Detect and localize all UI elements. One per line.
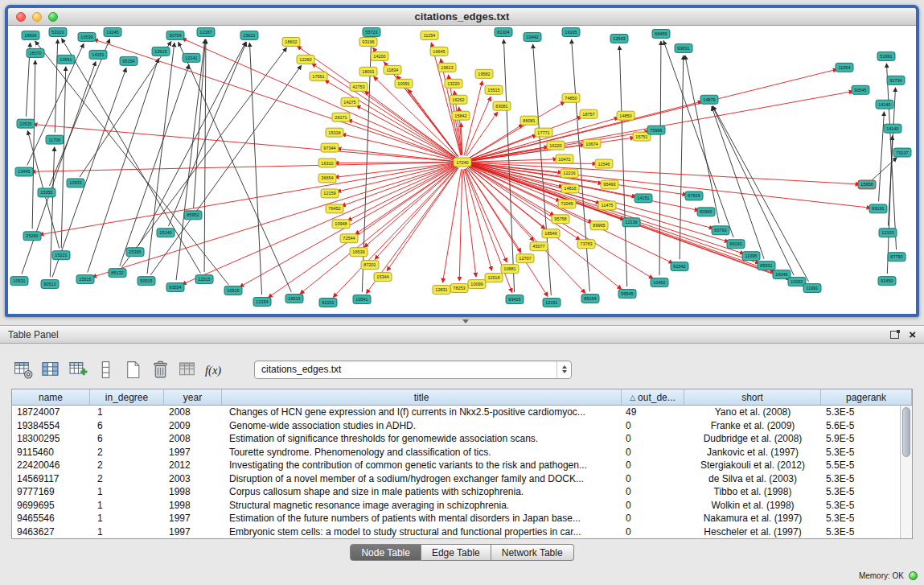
graph-node[interactable]: 13245 <box>104 27 121 36</box>
table-row[interactable]: 946362711997Embryonic stem cells: a mode… <box>12 525 900 539</box>
table-cell[interactable]: 0 <box>622 472 684 486</box>
graph-node[interactable]: 13220 <box>445 79 462 88</box>
graph-node[interactable]: 16262 <box>450 95 467 104</box>
graph-node[interactable]: 11254 <box>421 31 438 39</box>
column-header-year[interactable]: year <box>164 389 222 405</box>
delete-button[interactable] <box>148 358 172 381</box>
graph-node[interactable]: 75986 <box>647 126 665 134</box>
column-header-out_de[interactable]: △out_de... <box>622 389 684 405</box>
table-cell[interactable]: Tourette syndrome. Phenomenology and cla… <box>222 446 622 459</box>
graph-node[interactable]: 10933 <box>67 179 84 187</box>
graph-node[interactable]: 18070 <box>27 48 44 57</box>
graph-node[interactable]: 51991 <box>877 51 895 60</box>
graph-node[interactable]: 36654 <box>318 174 336 183</box>
graph-node[interactable]: 67750 <box>888 253 906 262</box>
table-cell[interactable]: 1997 <box>164 525 222 539</box>
graph-node[interactable]: 12543 <box>610 34 628 43</box>
graph-node[interactable]: 95493 <box>601 180 618 189</box>
graph-node[interactable]: 12151 <box>543 299 561 307</box>
graph-node[interactable]: 90513 <box>41 280 59 289</box>
graph-edge[interactable] <box>441 59 461 155</box>
graph-edge[interactable] <box>33 124 455 161</box>
graph-node[interactable]: 14145 <box>876 100 893 109</box>
graph-edge[interactable] <box>88 58 158 272</box>
table-cell[interactable]: Changes of HCN gene expression and I(f) … <box>222 406 622 419</box>
graph-node[interactable]: 14151 <box>634 194 652 203</box>
table-cell[interactable]: Estimation of the future numbers of pati… <box>222 512 622 525</box>
table-cell[interactable]: Investigating the contribution of common… <box>222 459 622 472</box>
graph-node[interactable]: 73783 <box>577 240 595 249</box>
table-cell[interactable]: 19384554 <box>12 419 90 433</box>
graph-node[interactable]: 11546 <box>595 159 613 168</box>
table-cell[interactable]: 6 <box>90 432 164 446</box>
zoom-window-button[interactable] <box>48 12 58 22</box>
table-cell[interactable]: Hescheler et al. (1997) <box>684 525 821 539</box>
table-cell[interactable]: 0 <box>622 525 684 539</box>
graph-node[interactable]: 17561 <box>310 72 327 80</box>
network-window-titlebar[interactable]: citations_edges.txt <box>8 8 916 26</box>
table-row[interactable]: 977716911998Corpus callosum shape and si… <box>12 485 900 499</box>
close-window-button[interactable] <box>16 12 26 22</box>
graph-node[interactable]: 14879 <box>700 95 718 104</box>
graph-node[interactable]: 72544 <box>340 234 358 243</box>
graph-edge[interactable] <box>712 106 764 258</box>
table-cell[interactable]: 1998 <box>164 485 222 499</box>
graph-node[interactable]: 93831 <box>675 43 692 52</box>
graph-edge[interactable] <box>62 39 201 274</box>
tab-edge-table[interactable]: Edge Table <box>421 544 491 561</box>
graph-node[interactable]: 10541 <box>57 55 75 64</box>
table-cell[interactable]: Structural magnetic resonance image aver… <box>222 499 622 513</box>
table-cell[interactable]: 5.3E-5 <box>821 525 900 539</box>
graph-node[interactable]: 12216 <box>561 169 578 178</box>
table-scrollbar[interactable] <box>900 406 912 538</box>
graph-node[interactable]: 11518 <box>485 274 503 282</box>
graph-node[interactable]: 19165 <box>562 27 580 36</box>
graph-node[interactable]: 95154 <box>120 56 138 65</box>
graph-node[interactable]: 17771 <box>535 128 552 137</box>
graph-node[interactable]: 92450 <box>878 277 896 286</box>
column-header-name[interactable]: name <box>12 389 90 405</box>
graph-node[interactable]: 11095 <box>742 252 760 261</box>
graph-edge[interactable] <box>384 62 458 156</box>
table-row[interactable]: 1456911722003Disruption of a novel membe… <box>12 472 900 486</box>
graph-node[interactable]: 11834 <box>384 65 401 74</box>
scrollbar-thumb[interactable] <box>902 407 910 457</box>
table-cell[interactable]: 5.3E-5 <box>821 472 900 486</box>
graph-node[interactable]: 85952 <box>184 211 202 220</box>
graph-node[interactable]: 55723 <box>363 27 380 36</box>
graph-node[interactable]: 17240 <box>454 158 471 167</box>
minimize-window-button[interactable] <box>32 12 42 22</box>
graph-node[interactable]: 16220 <box>547 141 565 150</box>
graph-node[interactable]: 15344 <box>374 273 392 282</box>
import-table-button[interactable] <box>175 358 199 381</box>
graph-edge[interactable] <box>463 169 476 277</box>
tab-node-table[interactable]: Node Table <box>350 544 421 561</box>
table-cell[interactable]: 2009 <box>164 419 222 433</box>
column-header-pagerank[interactable]: pagerank <box>821 389 912 405</box>
table-cell[interactable]: 5.5E-5 <box>821 459 900 472</box>
graph-edge[interactable] <box>470 163 860 184</box>
graph-node[interactable]: 97344 <box>321 143 339 152</box>
table-cell[interactable]: de Silva et al. (2003) <box>684 472 821 486</box>
graph-node[interactable]: 10091 <box>395 79 413 88</box>
graph-node[interactable]: 14850 <box>617 111 634 120</box>
graph-edge[interactable] <box>470 164 714 229</box>
table-cell[interactable]: 18300295 <box>12 432 90 446</box>
table-cell[interactable]: Dudbridge et al. (2008) <box>684 432 821 446</box>
table-cell[interactable]: Disruption of a novel member of a sodium… <box>222 472 622 486</box>
network-canvas[interactable]: 17240 18001 42753 14275 26171 15318 9734… <box>8 26 916 313</box>
graph-edge[interactable] <box>469 165 624 220</box>
graph-node[interactable]: 11991 <box>803 284 821 293</box>
column-header-short[interactable]: short <box>684 389 821 405</box>
table-cell[interactable]: 22420046 <box>12 459 90 472</box>
table-cell[interactable]: 5.3E-5 <box>821 485 900 499</box>
graph-node[interactable]: 91542 <box>671 262 688 271</box>
graph-node[interactable]: 25395 <box>126 248 144 257</box>
graph-node[interactable]: 12187 <box>197 27 215 36</box>
graph-node[interactable]: 90545 <box>852 85 869 94</box>
graph-node[interactable]: 11054 <box>836 63 853 72</box>
divider-handle-icon[interactable] <box>462 319 469 323</box>
table-cell[interactable]: Nakamura et al. (1997) <box>684 512 821 525</box>
graph-node[interactable]: 10099 <box>468 280 486 289</box>
table-cell[interactable]: 5.3E-5 <box>821 446 900 459</box>
